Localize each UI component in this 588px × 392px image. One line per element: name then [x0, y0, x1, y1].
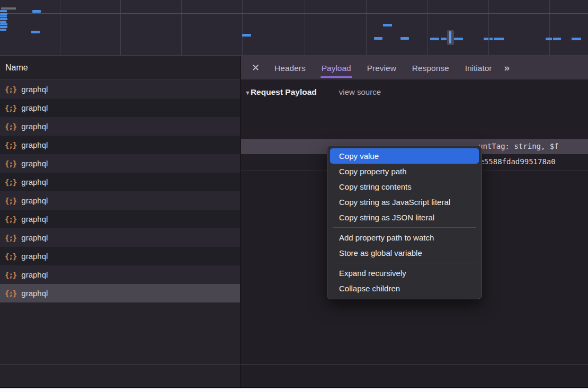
json-file-icon: {;}: [5, 159, 16, 168]
menu-item-collapse-children[interactable]: Collapse children: [330, 281, 479, 296]
request-timing-bar: [430, 38, 439, 40]
menu-separator: [333, 227, 476, 228]
request-timing-bar: [0, 10, 7, 12]
request-timing-bar: [572, 38, 581, 40]
request-name-label: graphql: [21, 215, 48, 224]
close-icon[interactable]: ✕: [252, 62, 260, 74]
request-name-label: graphql: [21, 122, 48, 131]
json-file-icon: {;}: [5, 289, 16, 298]
menu-item-store-as-global-variable[interactable]: Store as global variable: [330, 245, 479, 261]
network-request-row[interactable]: {;}graphql: [0, 191, 240, 210]
request-name-label: graphql: [21, 252, 48, 261]
json-file-icon: {;}: [5, 178, 16, 186]
network-request-row[interactable]: {;}graphql: [0, 210, 240, 228]
tab-headers[interactable]: Headers: [266, 56, 314, 79]
request-timing-bar: [484, 38, 488, 40]
request-timing-bar: [0, 18, 7, 20]
request-timing-bar: [0, 21, 6, 23]
network-request-row[interactable]: {;}graphql: [0, 284, 240, 302]
overview-gridline: [366, 0, 367, 55]
json-file-icon: {;}: [5, 234, 16, 242]
overview-gridline: [305, 0, 305, 55]
json-file-icon: {;}: [5, 215, 16, 224]
request-timing-bar: [0, 23, 7, 25]
menu-item-copy-property-path[interactable]: Copy property path: [330, 164, 479, 179]
request-name-label: graphql: [21, 103, 48, 112]
devtools-network-panel: Name {;}graphql{;}graphql{;}graphql{;}gr…: [0, 0, 588, 392]
request-timing-bar: [494, 38, 504, 40]
network-request-row[interactable]: {;}graphql: [0, 228, 240, 247]
network-request-row[interactable]: {;}graphql: [0, 247, 240, 265]
overview-gridline: [427, 0, 427, 55]
name-column-header[interactable]: Name: [0, 56, 240, 79]
menu-item-add-property-path-to-watch[interactable]: Add property path to watch: [330, 230, 479, 245]
requests-list-panel: Name {;}graphql{;}graphql{;}graphql{;}gr…: [0, 56, 240, 388]
overview-gridline: [120, 0, 121, 55]
menu-item-expand-recursively[interactable]: Expand recursively: [330, 265, 479, 281]
detail-tab-bar: ✕ HeadersPayloadPreviewResponseInitiator…: [241, 56, 588, 79]
request-timing-bar: [400, 37, 409, 40]
network-request-row[interactable]: {;}graphql: [0, 99, 240, 117]
request-timing-bar: [489, 38, 493, 40]
request-timing-bar: [441, 38, 447, 40]
json-file-icon: {;}: [5, 271, 16, 279]
request-name-label: graphql: [21, 196, 48, 205]
json-root-row[interactable]: ▼ {operationName: "ipFlowTimeseries", va…: [241, 108, 588, 123]
request-timing-bar: [1, 7, 16, 10]
overview-gridline: [549, 0, 550, 55]
network-request-row[interactable]: {;}graphql: [0, 265, 240, 284]
request-timing-bar: [31, 31, 40, 33]
json-file-icon: {;}: [5, 252, 16, 261]
menu-item-copy-value[interactable]: Copy value: [330, 148, 479, 164]
tab-initiator[interactable]: Initiator: [457, 56, 500, 79]
menu-item-copy-string-as-javascript-literal[interactable]: Copy string as JavaScript literal: [330, 194, 479, 210]
request-name-label: graphql: [21, 289, 48, 298]
tab-payload[interactable]: Payload: [314, 56, 359, 79]
request-timing-bar: [0, 13, 7, 15]
overview-gridline: [488, 0, 489, 55]
request-payload-section-header: ▼Request Payloadview source: [241, 80, 588, 102]
json-file-icon: {;}: [5, 141, 16, 149]
json-file-icon: {;}: [5, 122, 16, 131]
panel-footer-divider: [0, 364, 588, 364]
tab-response[interactable]: Response: [404, 56, 457, 79]
page-background-strip: [0, 388, 588, 392]
network-request-row[interactable]: {;}graphql: [0, 80, 240, 99]
requests-list: {;}graphql{;}graphql{;}graphql{;}graphql…: [0, 80, 240, 302]
detail-tabs: HeadersPayloadPreviewResponseInitiator: [266, 56, 500, 79]
view-source-link[interactable]: view source: [339, 87, 381, 96]
more-tabs-icon[interactable]: »: [504, 62, 510, 74]
request-timing-bar: [553, 38, 561, 40]
tab-preview[interactable]: Preview: [359, 56, 404, 79]
menu-item-copy-string-as-json-literal[interactable]: Copy string as JSON literal: [330, 210, 479, 225]
request-timing-bar: [32, 10, 41, 13]
request-timing-bar: [454, 38, 463, 40]
request-timing-bar: [546, 38, 552, 40]
menu-item-copy-string-contents[interactable]: Copy string contents: [330, 179, 479, 194]
network-request-row[interactable]: {;}graphql: [0, 154, 240, 173]
network-request-row[interactable]: {;}graphql: [0, 136, 240, 154]
overview-gridline: [60, 0, 60, 55]
request-name-label: graphql: [21, 270, 48, 279]
network-request-row[interactable]: {;}graphql: [0, 173, 240, 191]
property-value-end: untTag: string, $f: [478, 139, 559, 154]
request-timing-bar: [374, 37, 382, 40]
overview-selection-bar: [449, 31, 451, 43]
menu-separator: [333, 263, 476, 263]
request-name-label: graphql: [21, 140, 48, 149]
network-overview-waterfall[interactable]: [0, 0, 588, 56]
json-file-icon: {;}: [5, 85, 16, 94]
request-name-label: graphql: [21, 233, 48, 242]
property-value-end: ee5588fdad995178a0: [475, 154, 556, 170]
request-timing-bar: [383, 24, 392, 26]
request-timing-bar: [242, 34, 251, 37]
network-request-row[interactable]: {;}graphql: [0, 117, 240, 136]
json-row-operationName[interactable]: operationName: "ipFlowTimeseries": [241, 123, 588, 139]
request-name-label: graphql: [21, 85, 48, 94]
json-file-icon: {;}: [5, 104, 16, 112]
overview-gridline: [181, 0, 182, 55]
section-collapse-icon[interactable]: ▼: [245, 90, 251, 96]
request-timing-bar: [0, 26, 7, 28]
overview-hline: [0, 13, 588, 14]
request-timing-bar: [0, 29, 6, 31]
